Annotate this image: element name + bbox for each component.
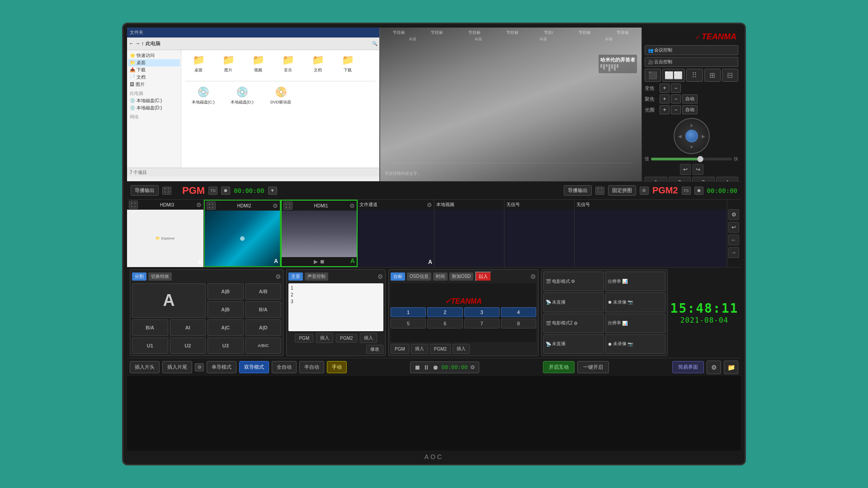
hdmi1-settings-btn[interactable]: ⚙ xyxy=(349,202,355,209)
ts-btn2[interactable]: TS xyxy=(682,187,691,195)
nav-fwd-btn[interactable]: ↪ xyxy=(693,164,703,175)
brand-num-1[interactable]: 1 xyxy=(391,307,426,317)
brand-num-6[interactable]: 6 xyxy=(427,319,462,328)
slider-thumb[interactable] xyxy=(697,156,703,162)
aperture-minus-btn[interactable]: − xyxy=(671,105,681,114)
ts-btn[interactable]: TS xyxy=(208,187,217,195)
audio-tab1[interactable]: 主音 xyxy=(288,272,303,281)
brand-tab1[interactable]: 台标 xyxy=(391,272,405,281)
src-left-btn[interactable]: ← xyxy=(728,235,739,245)
brand-tab3[interactable]: 时间 xyxy=(433,272,448,281)
transition-tab2[interactable]: 切换特效 xyxy=(148,272,172,281)
output-btn[interactable]: 导播输出 xyxy=(131,185,159,196)
full-auto-btn[interactable]: 全自动 xyxy=(272,361,297,373)
not-live2-btn[interactable]: 📡 未直播 xyxy=(543,334,604,354)
tree-item-c[interactable]: 💿 本地磁盘(C:) xyxy=(128,97,180,104)
expand-btn[interactable]: ⛶ xyxy=(162,187,171,195)
file-icon-doc[interactable]: 📁 文档 xyxy=(304,54,331,76)
manual-btn[interactable]: 手动 xyxy=(327,361,347,373)
file-icon-video[interactable]: 📁 视频 xyxy=(245,54,272,76)
brand-num-8[interactable]: 8 xyxy=(501,319,536,328)
trans-btn-ai[interactable]: AI xyxy=(170,319,206,336)
src-right-btn[interactable]: → xyxy=(728,247,739,258)
brand-settings-icon[interactable]: ⚙ xyxy=(530,273,536,280)
ptz-ctrl-btn[interactable]: 🎥 云台控制 xyxy=(645,57,738,67)
nav-back-btn[interactable]: ↩ xyxy=(680,164,691,175)
brand-insert-btn[interactable]: 插入 xyxy=(411,344,428,354)
trans-btn-ba[interactable]: B/A xyxy=(245,301,282,318)
transport-settings-btn[interactable]: ⚙ xyxy=(470,364,475,371)
double-mode-btn[interactable]: 双导模式 xyxy=(239,361,269,373)
fixed-btn[interactable]: 固定拼图 xyxy=(608,185,636,196)
trans-btn-u1[interactable]: U1 xyxy=(132,338,168,354)
bottom-settings-btn[interactable]: ⚙ xyxy=(707,361,721,374)
audio-tab2[interactable]: 声音控制 xyxy=(305,272,328,281)
brand-num-5[interactable]: 5 xyxy=(391,319,426,328)
bottom-folder-btn[interactable]: 📁 xyxy=(724,361,738,374)
audio-pgm2-btn[interactable]: PGM2 xyxy=(336,334,357,343)
simple-ui-btn[interactable]: 简易界面 xyxy=(672,361,704,373)
not-record2-btn[interactable]: ⏺ 未录像 📷 xyxy=(605,334,666,354)
resolution-btn[interactable]: 分辨率 📊 xyxy=(605,272,666,291)
trans-btn-u2[interactable]: U2 xyxy=(170,338,206,354)
semi-auto-btn[interactable]: 半自动 xyxy=(299,361,324,373)
expand-hdmi2-btn[interactable]: ⛶ xyxy=(207,202,216,210)
brand-pgm2-btn[interactable]: PGM2 xyxy=(430,344,451,354)
file-settings-btn[interactable]: ⚙ xyxy=(427,202,432,208)
cinema-mode2-btn[interactable]: 🎬 电影模式2 ⚙ xyxy=(543,314,604,333)
tree-item-selected[interactable]: 📁 桌面 xyxy=(128,59,180,66)
cam-double-btn[interactable]: ⬜⬜ xyxy=(662,69,685,82)
tree-item-d[interactable]: 💿 本地磁盘(D:) xyxy=(128,104,180,112)
cam-single-btn[interactable]: ⬛ xyxy=(645,69,661,82)
modify-btn[interactable]: 修改 xyxy=(366,345,383,354)
single-mode-btn[interactable]: 单导模式 xyxy=(207,361,236,373)
trans-btn-abc[interactable]: A/B/C xyxy=(245,338,282,354)
src-up-btn[interactable]: ⚙ xyxy=(728,209,739,220)
hdmi3-settings-btn[interactable]: ⚙ xyxy=(196,202,202,208)
trans-btn-u3[interactable]: U3 xyxy=(208,338,244,354)
brand-pgm-btn[interactable]: PGM xyxy=(391,344,409,354)
brand-num-4[interactable]: 4 xyxy=(501,307,536,317)
trans-btn-ab3[interactable]: A|B xyxy=(208,301,244,318)
src-refresh-btn[interactable]: ↩ xyxy=(728,222,739,233)
hdmi2-settings-btn[interactable]: ⚙ xyxy=(273,202,278,209)
aperture-auto-btn[interactable]: 自动 xyxy=(682,105,698,114)
output-btn2[interactable]: 导播输出 xyxy=(564,185,592,196)
filter-btn[interactable]: ▼ xyxy=(268,187,277,195)
tree-item[interactable]: 🖼 图片 xyxy=(128,81,180,88)
record-btn2[interactable]: ⏺ xyxy=(694,187,703,195)
trans-btn-ba2[interactable]: B/A xyxy=(132,319,168,336)
expand-hdmi3-btn[interactable]: ⛶ xyxy=(129,201,138,209)
meeting-ctrl-btn[interactable]: 👥 会议控制 xyxy=(645,45,738,55)
trans-btn-ad[interactable]: A|D xyxy=(245,319,282,336)
file-icon-music[interactable]: 📁 音乐 xyxy=(274,54,302,76)
transition-settings-icon[interactable]: ⚙ xyxy=(275,273,281,280)
zoom-minus-btn[interactable]: − xyxy=(671,84,681,93)
cam-multi-btn[interactable]: ⊟ xyxy=(722,69,738,82)
settings-icon-pgm[interactable]: ⚙ xyxy=(640,187,649,195)
aperture-plus-btn[interactable]: + xyxy=(660,105,670,114)
one-click-btn[interactable]: 一键开启 xyxy=(577,361,609,373)
audio-insert-btn[interactable]: 插入 xyxy=(316,333,333,343)
zoom-plus-btn[interactable]: + xyxy=(660,84,670,93)
expand-hdmi1-btn[interactable]: ⛶ xyxy=(283,202,292,210)
rec-transport-btn[interactable]: ⏺ xyxy=(432,364,439,371)
trans-btn-ab2[interactable]: A/B xyxy=(245,283,282,300)
not-record-btn[interactable]: ⏺ 未录像 📷 xyxy=(605,292,666,312)
open-interact-btn[interactable]: 开启互动 xyxy=(543,361,575,373)
resolution2-btn[interactable]: 分辨率 📊 xyxy=(605,314,666,333)
insert-settings-btn[interactable]: ⚙ xyxy=(195,363,204,371)
brand-confirm-btn[interactable]: 以入 xyxy=(475,272,491,282)
brand-num-7[interactable]: 7 xyxy=(464,319,500,328)
brand-num-3[interactable]: 3 xyxy=(464,307,500,317)
tree-item[interactable]: 📥 下载 xyxy=(128,66,180,74)
cinema-mode-btn[interactable]: 🎬 电影模式 ⚙ xyxy=(543,272,604,291)
insert-clip-btn[interactable]: 插入片头 xyxy=(130,361,160,373)
file-icon-c[interactable]: 💿 本地磁盘(C:) xyxy=(185,86,221,108)
file-icon-d[interactable]: 💿 本地磁盘(D:) xyxy=(224,86,260,108)
focus-auto-btn[interactable]: 自动 xyxy=(682,94,698,103)
transition-tab1[interactable]: 分割 xyxy=(132,272,146,281)
file-icon-dvd[interactable]: 📀 DVD驱动器 xyxy=(263,86,299,108)
pause-transport-btn[interactable]: ⏸ xyxy=(423,364,429,371)
brand-insert2-btn[interactable]: 插入 xyxy=(453,344,470,354)
